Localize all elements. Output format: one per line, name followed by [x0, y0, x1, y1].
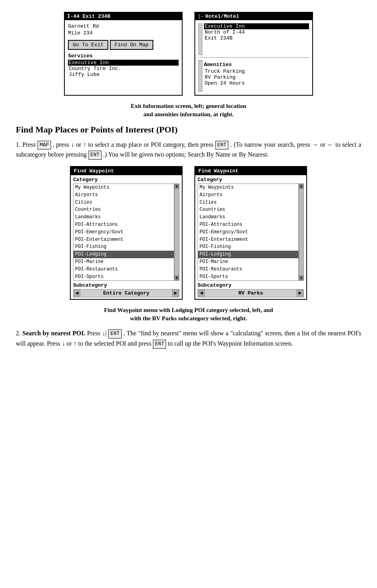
scroll-down-right[interactable]: ▼ — [299, 276, 303, 280]
screenshots-row: I-44 Exit 234B Garnett Rd Mile 234 Go To… — [16, 12, 361, 96]
para2-bold: Search by nearest POI. — [23, 330, 85, 337]
cat-item-r-6[interactable]: POI-Emergncy/Govt — [198, 229, 298, 236]
key-enter-2: ENT — [89, 151, 102, 160]
subcategory-section-left: Subcategory ◄ Entire Category ► — [73, 282, 179, 297]
service-item-1: Executive Inn — [68, 60, 179, 66]
amenities-area: Amenities Truck Parking RV Parking Open … — [198, 60, 309, 92]
caption-2: Find Waypoint menu with Lodging POI cate… — [16, 306, 361, 323]
left-title-text: I-44 Exit 234B — [67, 13, 110, 19]
sub-nav-text-left: Entire Category — [81, 289, 172, 297]
cat-item-l-10[interactable]: POI-Marine — [74, 258, 174, 266]
right-title-pipe: |- — [198, 13, 204, 19]
cat-item-l-8[interactable]: POI-Fishing — [74, 243, 174, 251]
cat-item-r-1[interactable]: Airports — [198, 191, 298, 199]
go-to-exit-button[interactable]: Go To Exit — [68, 40, 108, 50]
sub-label-right: Subcategory — [198, 282, 304, 288]
sub-nav-left-btn-r[interactable]: ◄ — [198, 289, 205, 297]
cat-item-r-8[interactable]: POI-Fishing — [198, 243, 298, 251]
detail-3: Exit 234B — [204, 35, 309, 41]
cat-item-l-12[interactable]: POI-Sports — [74, 273, 174, 281]
scroll-up-right[interactable]: ▲ — [299, 184, 303, 189]
caption-2-line1: Find Waypoint menu with Lodging POI cate… — [104, 307, 273, 313]
find-on-map-button[interactable]: Find On Map — [110, 40, 153, 50]
waypoint-panel-right: Find Waypoint Category My Waypoints Airp… — [194, 166, 307, 300]
amenity-3: Open 24 Hours — [204, 80, 309, 86]
cat-item-l-2[interactable]: Cities — [74, 199, 174, 206]
sub-nav-left-btn[interactable]: ◄ — [74, 289, 81, 297]
caption-1-line2: and amenities information, at right. — [143, 111, 234, 117]
scroll-down-left[interactable]: ▼ — [175, 276, 179, 280]
right-scrollbar-area: Executive Inn North of I-44 Exit 234B — [198, 23, 309, 55]
para1-text2: , press ↓ or ↑ to select a map place or … — [53, 141, 213, 148]
para2-text1: Press ↓| — [87, 330, 107, 337]
waypoint-title-left: Find Waypoint — [71, 167, 182, 175]
sub-nav-right-btn-left[interactable]: ► — [172, 289, 179, 297]
cat-item-r-7[interactable]: POI-Entertainment — [198, 236, 298, 244]
cat-item-l-1[interactable]: Airports — [74, 191, 174, 199]
section-heading: Find Map Places or Points of Interest (P… — [16, 124, 361, 136]
para1-text4: .) You will be given two options; Search… — [103, 151, 269, 158]
divider — [198, 57, 309, 58]
waypoint-body-left: Category My Waypoints Airports Cities Co… — [71, 175, 182, 299]
detail-2: North of I-44 — [204, 29, 309, 35]
services-header: Services — [68, 53, 179, 59]
location-line-2: Mile 234 — [68, 30, 179, 36]
key-enter-1: ENT — [215, 141, 228, 150]
para2-text3: to call up the POI's Waypoint Informatio… — [168, 340, 293, 347]
para1-text1: 1. Press — [16, 141, 36, 148]
paragraph-2: 2. Search by nearest POI. Press ↓| ENT .… — [16, 328, 361, 348]
service-item-3: Jiffy Lube — [68, 72, 179, 78]
key-enter-waypoint: ENT — [153, 340, 166, 349]
detail-1: Executive Inn — [204, 23, 309, 29]
buttons-row: Go To Exit Find On Map — [68, 40, 179, 50]
caption-1-line1: Exit Information screen, left; general l… — [131, 103, 246, 109]
cat-item-l-9[interactable]: POI-Lodging — [74, 251, 174, 258]
cat-item-l-4[interactable]: Landmarks — [74, 214, 174, 221]
cat-list-left: My Waypoints Airports Cities Countries L… — [74, 184, 174, 280]
cat-item-l-7[interactable]: POI-Entertainment — [74, 236, 174, 244]
cat-item-r-3[interactable]: Countries — [198, 206, 298, 214]
cat-item-r-2[interactable]: Cities — [198, 199, 298, 206]
location-line-1: Garnett Rd — [68, 23, 179, 29]
cat-item-r-9[interactable]: POI-Lodging — [198, 251, 298, 258]
cat-item-l-3[interactable]: Countries — [74, 206, 174, 214]
para2-intro-num: 2. — [16, 330, 21, 337]
scroll-up-left[interactable]: ▲ — [175, 184, 179, 189]
cat-item-r-12[interactable]: POI-Sports — [198, 273, 298, 281]
left-screen-body: Garnett Rd Mile 234 Go To Exit Find On M… — [65, 20, 182, 81]
caption-1: Exit Information screen, left; general l… — [16, 102, 361, 119]
cat-item-r-4[interactable]: Landmarks — [198, 214, 298, 221]
sub-nav-left: ◄ Entire Category ► — [73, 289, 179, 297]
right-screen-body: Executive Inn North of I-44 Exit 234B Am… — [195, 20, 312, 95]
cat-item-l-0[interactable]: My Waypoints — [74, 184, 174, 191]
key-enter-nearest: ENT — [108, 329, 121, 338]
cat-item-l-6[interactable]: POI-Emergncy/Govt — [74, 229, 174, 236]
cat-item-l-11[interactable]: POI-Restaurants — [74, 266, 174, 273]
amenities-header: Amenities — [204, 62, 309, 68]
cat-item-r-5[interactable]: POI-Attractions — [198, 221, 298, 229]
amenity-2: RV Parking — [204, 74, 309, 80]
right-list-content: Executive Inn North of I-44 Exit 234B — [204, 23, 309, 55]
cat-scrollbar-right: ▲ ▼ — [299, 184, 303, 280]
sub-nav-text-right: RV Parks — [205, 289, 296, 297]
cat-item-r-10[interactable]: POI-Marine — [198, 258, 298, 266]
waypoint-body-right: Category My Waypoints Airports Cities Co… — [195, 175, 306, 299]
right-screen-title: |- Hotel/Motel — [195, 13, 312, 20]
waypoint-row: Find Waypoint Category My Waypoints Airp… — [16, 166, 361, 300]
left-screen-title: I-44 Exit 234B — [65, 13, 182, 20]
amenities-content: Amenities Truck Parking RV Parking Open … — [204, 60, 309, 92]
sub-label-left: Subcategory — [73, 282, 179, 288]
page-content: I-44 Exit 234B Garnett Rd Mile 234 Go To… — [16, 12, 361, 349]
category-label-right: Category — [198, 177, 304, 183]
subcategory-section-right: Subcategory ◄ RV Parks ► — [198, 282, 304, 297]
cat-item-r-11[interactable]: POI-Restaurants — [198, 266, 298, 273]
cat-list-wrapper-right: My Waypoints Airports Cities Countries L… — [198, 183, 304, 281]
right-scrollbar — [198, 23, 202, 55]
right-screen: |- Hotel/Motel Executive Inn North of I-… — [194, 12, 313, 96]
category-label-left: Category — [73, 177, 179, 183]
sub-nav-right-btn-r[interactable]: ► — [296, 289, 303, 297]
cat-item-r-0[interactable]: My Waypoints — [198, 184, 298, 191]
service-item-2: Country Tire Inc. — [68, 66, 179, 72]
cat-item-l-5[interactable]: POI-Attractions — [74, 221, 174, 229]
waypoint-panel-left: Find Waypoint Category My Waypoints Airp… — [70, 166, 183, 300]
